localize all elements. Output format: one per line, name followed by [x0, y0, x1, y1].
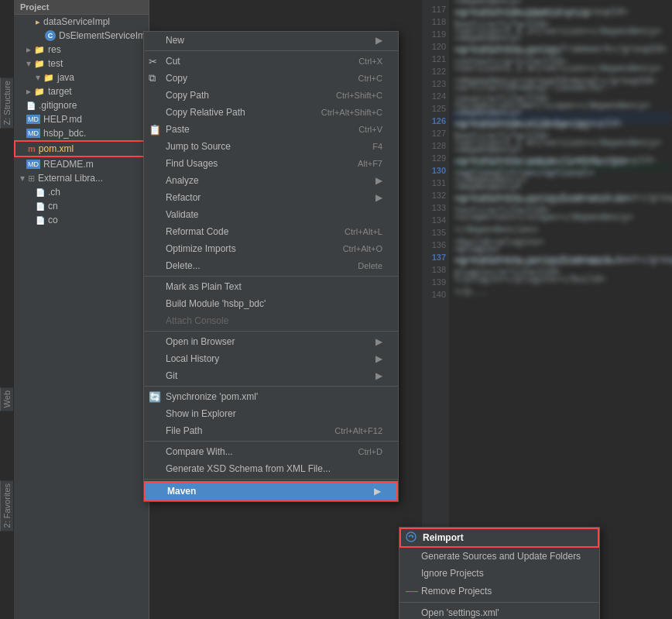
tree-item-target[interactable]: ▸ 📁 target — [14, 84, 149, 98]
svg-point-0 — [406, 532, 416, 542]
tree-item-label: External Libra... — [38, 173, 103, 184]
expand-icon: ▸ — [26, 44, 31, 55]
line-num-123: 123 — [422, 77, 449, 90]
code-line-140: </p... — [451, 285, 672, 297]
code-line-122: <version>5.3.9</version></dependency> — [451, 62, 672, 74]
submenu-item-reimport[interactable]: Reimport — [399, 528, 599, 548]
code-line-118: <artifactId>mybatis-plus-boot</artifactI… — [451, 12, 672, 25]
menu-item-analyze[interactable]: Analyze ▶ — [144, 172, 398, 189]
tree-item-label: .ch — [48, 187, 60, 198]
sidebar-title: Project — [14, 0, 149, 15]
menu-item-find-usages[interactable]: Find Usages Alt+F7 — [144, 155, 398, 172]
md-icon: MD — [26, 129, 40, 138]
tree-item-extlibs[interactable]: ▾ ⊞ External Libra... — [14, 171, 149, 185]
line-num-120: 120 — [422, 40, 449, 53]
tree-item-helpmd[interactable]: MD HELP.md — [14, 112, 149, 126]
tree-item-gitignore[interactable]: 📄 .gitignore — [14, 98, 149, 112]
project-tree: Project ▸ dataServiceImpl C DsElementSer… — [14, 0, 149, 619]
line-num-135: 135 — [422, 226, 449, 239]
menu-item-git[interactable]: Git ▶ — [144, 367, 398, 384]
line-num-136: 136 — [422, 239, 449, 251]
file-icon: 📄 — [26, 101, 36, 110]
tree-item-label: cn — [48, 201, 58, 211]
tree-item-label: DsElementServiceImpl — [59, 30, 149, 41]
menu-item-file-path[interactable]: File Path Ctrl+Alt+F12 — [144, 422, 398, 439]
menu-item-generate-xsd[interactable]: Generate XSD Schema from XML File... — [144, 460, 398, 477]
menu-item-copy-path[interactable]: Copy Path Ctrl+Shift+C — [144, 87, 398, 104]
tree-item-co[interactable]: 📄 co — [14, 213, 149, 227]
code-line-130: <artifactId>lombok</artifactId><optional… — [451, 161, 672, 174]
menu-item-paste[interactable]: 📋 Paste Ctrl+V — [144, 121, 398, 138]
line-num-130: 130 — [422, 164, 449, 177]
tree-item-res[interactable]: ▸ 📁 res — [14, 43, 149, 57]
code-content: <dependency><groupId>com.baomidou</group… — [451, 0, 672, 297]
tree-item-cn[interactable]: 📄 cn — [14, 199, 149, 213]
submenu-item-remove-projects[interactable]: — Remove Projects — [399, 582, 599, 600]
menu-item-mark-as-plain-text[interactable]: Mark as Plain Text — [144, 278, 398, 295]
menu-separator-1 — [144, 50, 398, 51]
line-num-138: 138 — [422, 263, 449, 276]
line-num-119: 119 — [422, 28, 449, 40]
menu-separator-5 — [144, 441, 398, 442]
tree-item-java[interactable]: ▾ 📁 java — [14, 70, 149, 84]
tree-item-ch[interactable]: 📄 .ch — [14, 185, 149, 199]
menu-item-validate[interactable]: Validate — [144, 206, 398, 223]
line-num-127: 127 — [422, 127, 449, 139]
menu-item-maven[interactable]: Maven ▶ — [144, 481, 398, 501]
extlib-icon: ⊞ — [28, 174, 35, 184]
arrow-icon: ▶ — [375, 370, 382, 381]
menu-item-new[interactable]: New ▶ — [144, 32, 398, 49]
line-num-140: 140 — [422, 288, 449, 301]
code-line-135: </dependencies> — [451, 223, 672, 236]
folder-icon: 📁 — [34, 59, 45, 69]
line-num-131: 131 — [422, 177, 449, 189]
menu-item-reformat-code[interactable]: Reformat Code Ctrl+Alt+L — [144, 223, 398, 240]
remove-icon: — — [406, 585, 418, 597]
menu-item-cut[interactable]: ✂ Cut Ctrl+X — [144, 53, 398, 70]
tree-item-pomxml[interactable]: m pom.xml — [14, 140, 149, 157]
tree-item-test[interactable]: ▾ 📁 test — [14, 57, 149, 70]
code-line-127: <artifactId>druid-spring-boot</artifactI… — [451, 124, 672, 136]
md-icon: MD — [26, 160, 40, 169]
arrow-icon: ▶ — [375, 353, 382, 364]
submenu-item-generate-sources[interactable]: Generate Sources and Update Folders — [399, 548, 599, 565]
menu-item-synchronize[interactable]: 🔄 Synchronize 'pom.xml' — [144, 388, 398, 405]
submenu-item-open-settings[interactable]: Open 'settings.xml' — [399, 604, 599, 619]
menu-item-compare-with[interactable]: Compare With... Ctrl+D — [144, 443, 398, 460]
menu-item-open-in-browser[interactable]: Open in Browser ▶ — [144, 333, 398, 350]
line-num-124: 124 — [422, 90, 449, 102]
menu-item-build-module[interactable]: Build Module 'hsbp_bdc' — [144, 295, 398, 312]
tab-favorites[interactable]: 2: Favorites — [0, 480, 13, 531]
maven-icon: m — [28, 144, 36, 153]
expand-icon: ▾ — [36, 72, 40, 83]
menu-item-copy-relative-path[interactable]: Copy Relative Path Ctrl+Alt+Shift+C — [144, 104, 398, 121]
menu-item-jump-to-source[interactable]: Jump to Source F4 — [144, 138, 398, 155]
menu-item-copy[interactable]: ⧉ Copy Ctrl+C — [144, 70, 398, 87]
submenu-item-ignore-projects[interactable]: Ignore Projects — [399, 565, 599, 582]
menu-item-refactor[interactable]: Refactor ▶ — [144, 189, 398, 206]
arrow-icon: ▶ — [375, 192, 382, 203]
tree-item-readme[interactable]: MD README.m — [14, 157, 149, 171]
menu-item-show-in-explorer[interactable]: Show in Explorer — [144, 405, 398, 422]
tree-item-dselementserviceimpl[interactable]: C DsElementServiceImpl — [14, 29, 149, 43]
menu-item-delete[interactable]: Delete... Delete — [144, 257, 398, 274]
code-line-139: </plugin></plugins></build> — [451, 273, 672, 285]
tree-item-hsbp[interactable]: MD hsbp_bdc. — [14, 126, 149, 140]
arrow-icon: ▶ — [375, 35, 382, 46]
tree-item-label: pom.xml — [39, 143, 74, 154]
tab-structure[interactable]: Z: Structure — [0, 77, 13, 128]
menu-item-local-history[interactable]: Local History ▶ — [144, 350, 398, 367]
folder-icon: 📁 — [34, 87, 45, 97]
code-line-121: <artifactId>spring-context</artifactId> — [451, 50, 672, 62]
tree-item-dataserviceimpl[interactable]: ▸ dataServiceImpl — [14, 15, 149, 29]
file-icon: 📄 — [36, 188, 45, 197]
menu-item-optimize-imports[interactable]: Optimize Imports Ctrl+Alt+O — [144, 240, 398, 257]
paste-icon: 📋 — [149, 124, 161, 136]
line-num-121: 121 — [422, 53, 449, 65]
tab-web[interactable]: Web — [0, 387, 13, 411]
line-num-134: 134 — [422, 214, 449, 226]
line-num-128: 128 — [422, 139, 449, 152]
line-num-122: 122 — [422, 65, 449, 77]
file-icon: 📄 — [36, 216, 45, 225]
menu-item-attach-console: Attach Console — [144, 312, 398, 329]
